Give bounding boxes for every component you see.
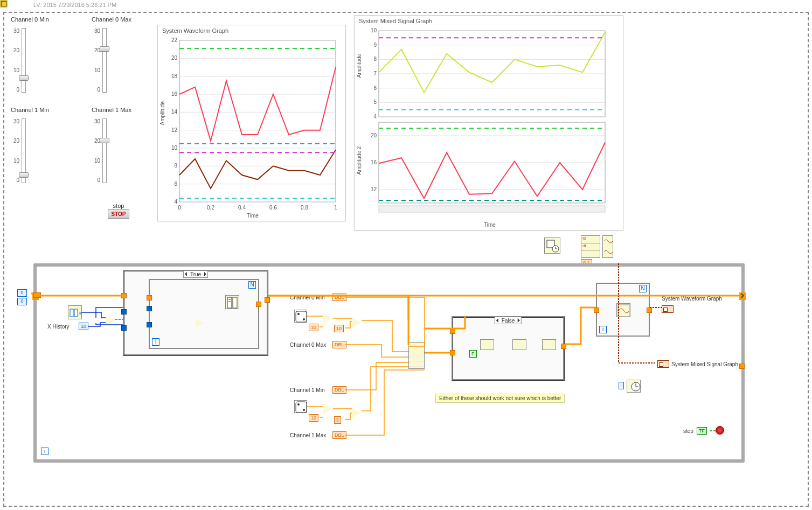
shift-reg-right: [739, 292, 746, 300]
slider-control[interactable]: 3020100: [92, 118, 124, 183]
transpose-node: [512, 339, 526, 350]
for-n-terminal: N: [639, 285, 647, 292]
build-array-node-2: [542, 339, 556, 350]
waveform-icon: [602, 235, 613, 258]
svg-text:0.6: 0.6: [269, 205, 277, 211]
slider-ch0-min: Channel 0 Min 3020100: [11, 16, 81, 108]
y-axis-label: Amplitude: [159, 101, 165, 125]
mixed-signal-graph[interactable]: System Mixed Signal Graph 10987654201612…: [354, 15, 623, 230]
svg-rect-57: [227, 297, 232, 308]
slider-control[interactable]: 3020100: [11, 118, 43, 183]
build-waveform-subvi: [616, 303, 630, 317]
for-loop-inner: N i: [149, 279, 259, 349]
constant-5: 5: [334, 416, 341, 424]
svg-text:5: 5: [373, 99, 377, 105]
x-history-constant: 10: [79, 323, 88, 330]
wait-const: [619, 382, 624, 389]
for-n-terminal: N: [248, 281, 256, 289]
svg-text:0: 0: [178, 205, 181, 211]
random-number-node-2: [294, 400, 307, 413]
case-selector[interactable]: True: [183, 270, 208, 278]
svg-text:#: #: [79, 311, 82, 316]
comment-label: Either of these should work not sure whi…: [435, 394, 565, 403]
svg-text:7: 7: [373, 71, 377, 76]
svg-text:10: 10: [171, 145, 178, 151]
iteration-terminal: i: [41, 448, 48, 455]
svg-text:4: 4: [373, 114, 377, 120]
svg-point-53: [552, 246, 559, 252]
svg-text:16: 16: [171, 91, 178, 97]
svg-rect-55: [74, 309, 78, 317]
ch1min-label: Channel 1 Min: [290, 387, 324, 393]
svg-text:0.2: 0.2: [207, 205, 214, 211]
ch1max-label: Channel 1 Max: [290, 432, 326, 438]
chart-title: System Waveform Graph: [158, 25, 345, 34]
index-array-node: [480, 339, 494, 350]
array-size-node: #: [68, 305, 82, 319]
slider-ch1-min: Channel 1 Min 3020100: [11, 107, 81, 198]
svg-rect-61: [296, 311, 307, 322]
svg-text:1: 1: [334, 205, 337, 211]
constant-10: 10: [309, 324, 318, 331]
slider-ch0-max: Channel 0 Max 3020100: [92, 16, 162, 108]
add-node-2: [352, 408, 366, 418]
constant-10-c: 10: [309, 414, 318, 422]
svg-point-63: [303, 318, 305, 320]
svg-text:20: 20: [171, 55, 178, 61]
stop-button[interactable]: STOP: [108, 209, 129, 219]
stop-label: stop: [108, 202, 129, 209]
svg-text:14: 14: [171, 109, 178, 115]
ch1max-terminal: DBL: [332, 431, 346, 439]
init-array-1: 0: [17, 298, 27, 305]
svg-text:8: 8: [373, 56, 377, 62]
build-array-node: [408, 342, 425, 369]
svg-rect-51: [379, 206, 605, 212]
svg-point-62: [297, 313, 300, 315]
svg-text:12: 12: [371, 186, 377, 192]
get-time-node: [544, 237, 560, 254]
svg-text:12: 12: [171, 127, 178, 133]
svg-text:9: 9: [373, 42, 377, 48]
slider-control[interactable]: 3020100: [11, 28, 43, 93]
svg-point-68: [631, 382, 640, 391]
mixed-graph-ind-label: System Mixed Signal Graph: [671, 361, 738, 367]
for-loop-right: N i: [596, 283, 650, 337]
svg-rect-29: [379, 31, 605, 117]
svg-text:16: 16: [371, 159, 377, 165]
build-waveform-node: t0 dt: [581, 235, 600, 258]
x-axis-label: Time: [484, 222, 496, 228]
tunnel: [739, 364, 745, 369]
subtract-node: [196, 318, 210, 329]
ch0min-label: Channel 0 Min: [290, 295, 324, 301]
case-selector[interactable]: False: [495, 317, 522, 324]
for-i-terminal: i: [599, 326, 607, 333]
init-array-0: 0: [17, 289, 27, 297]
block-diagram-area: t0 dt 0.1 0 0 i # X History 10: [31, 263, 797, 495]
svg-point-65: [297, 403, 300, 406]
svg-rect-58: [233, 297, 237, 308]
random-number-node: [294, 310, 307, 323]
arrow-right-icon: [12, 1, 19, 9]
while-loop-main: i # X History 10 True N i: [33, 263, 745, 463]
add-node: [352, 317, 366, 328]
y-axis-label: Amplitude: [356, 54, 362, 78]
svg-text:8: 8: [174, 163, 177, 169]
x-history-label: X History: [47, 324, 70, 330]
titlebar: LV: 2015 7/29/2016 5:26:21 PM: [0, 0, 812, 10]
ch0max-terminal: DBL: [332, 341, 346, 348]
stop-terminal-label: stop: [683, 428, 693, 434]
svg-text:22: 22: [171, 37, 178, 43]
waveform-graph[interactable]: System Waveform Graph 222018161412108640…: [157, 25, 346, 221]
slider-control[interactable]: 3020100: [92, 28, 124, 93]
panel-icon: [22, 1, 29, 9]
waveform-graph-indicator: [662, 305, 674, 313]
svg-text:0.4: 0.4: [238, 205, 246, 211]
hand-icon: [2, 1, 10, 9]
svg-point-66: [303, 409, 305, 411]
svg-text:0.8: 0.8: [301, 205, 308, 211]
multiply-node-2: [323, 403, 337, 414]
for-i-terminal: i: [152, 338, 159, 346]
chart-title: System Mixed Signal Graph: [355, 16, 623, 24]
ch0min-terminal: DBL: [332, 294, 346, 301]
delete-from-array-node: [225, 295, 239, 309]
